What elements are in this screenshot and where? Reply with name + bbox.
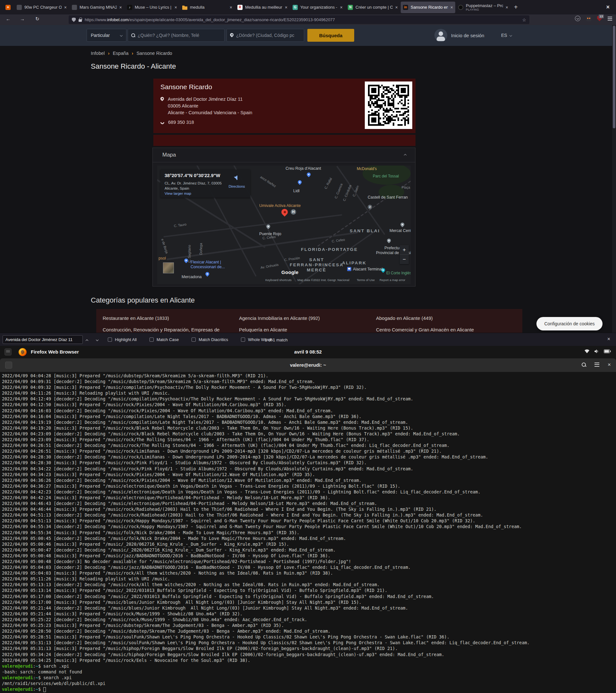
search-button[interactable]: Búsqueda xyxy=(307,29,354,42)
google-logo[interactable]: Google xyxy=(281,270,298,275)
wifi-icon[interactable] xyxy=(584,349,590,354)
collapse-chevron-icon[interactable] xyxy=(404,154,406,157)
map-label: Mercat Centra xyxy=(390,229,411,233)
reload-button[interactable]: ↻ xyxy=(35,16,39,22)
terminal-title-bar[interactable]: valere@erudi: ~ × xyxy=(0,358,616,372)
tab-close-icon[interactable]: × xyxy=(395,5,398,10)
bookmark-star-icon[interactable]: ☆ xyxy=(522,17,526,22)
browser-tab[interactable]: in Sansone Ricardo en Al × xyxy=(401,2,455,13)
battery-icon[interactable] xyxy=(604,350,611,353)
category-link[interactable]: Agencia Inmobiliaria en Alicante (992) xyxy=(239,315,320,321)
terminal-menu-icon[interactable] xyxy=(595,362,599,367)
terminal-line: 2022/04/09 05:28:51 [music:3] Prepared "… xyxy=(2,635,615,640)
contact-phone[interactable]: 689 350 318 xyxy=(168,120,194,125)
lock-icon[interactable] xyxy=(79,19,82,22)
find-previous-button[interactable] xyxy=(86,337,88,343)
map-attribution-link[interactable]: Keyboard shortcuts xyxy=(265,278,292,282)
map-section-header[interactable]: Mapa xyxy=(153,148,415,162)
find-input[interactable] xyxy=(3,335,83,344)
tab-favicon: G xyxy=(293,5,298,10)
breadcrumb-espana[interactable]: España xyxy=(113,51,128,56)
cookie-settings-button[interactable]: Configuración de cookies xyxy=(536,317,602,331)
map-attribution-link[interactable]: Terms of Use xyxy=(357,278,375,282)
terminal-line: 2022/04/09 04:09:31 [decoder:2] Decoding… xyxy=(2,379,615,385)
language-selector[interactable]: ES xyxy=(501,29,512,42)
google-map-embed[interactable]: Creu Roja d'AlacantMcDonald'sParc del To… xyxy=(157,165,411,284)
category-link[interactable]: Construcción, Renovación y Reparación, E… xyxy=(103,327,219,332)
terminal-line: 2022/04/09 04:23:09 [decoder:2] Decoding… xyxy=(2,432,615,437)
map-label: FLORIDA-PORTATGE xyxy=(301,247,358,252)
browser-tab[interactable]: ♪ Muse – Uno Lyrics | G × xyxy=(125,2,179,13)
view-larger-map-link[interactable]: View larger map xyxy=(164,192,191,195)
terminal-search-icon[interactable] xyxy=(582,362,586,367)
new-tab-button[interactable]: + xyxy=(514,3,518,11)
find-match-count: 1 of 1 match xyxy=(265,338,288,342)
tab-close-icon[interactable]: × xyxy=(64,5,67,10)
extension-robot-icon[interactable] xyxy=(586,16,591,21)
find-option[interactable]: Match Diacritics xyxy=(192,337,228,342)
category-link[interactable]: Abogado en Alicante (449) xyxy=(376,315,433,321)
map-label: Parc del Tossal xyxy=(373,174,399,178)
menu-hamburger-icon[interactable] xyxy=(608,17,612,21)
find-option[interactable]: Match Case xyxy=(150,337,179,342)
browser-tab[interactable]: ✦ × xyxy=(2,2,14,13)
map-attribution-link[interactable]: Map data ©2022 Inst. Geogr. Nacional xyxy=(297,278,350,282)
tab-close-icon[interactable]: × xyxy=(340,5,343,10)
map-attribution-link[interactable]: Report a map error xyxy=(380,278,405,282)
window-close-icon[interactable]: × xyxy=(606,4,610,11)
contact-address: Avenida del Doctor Jiménez Díaz 11 03005… xyxy=(168,96,252,116)
forward-button[interactable]: → xyxy=(20,16,25,21)
find-option[interactable]: Highlight All xyxy=(108,337,137,342)
terminal-close-icon[interactable]: × xyxy=(608,362,611,368)
who-search-input[interactable]: ¿Quién? ¿Qué? (Nombre, Telé xyxy=(128,29,224,42)
tab-close-icon[interactable]: × xyxy=(451,5,453,10)
find-next-button[interactable] xyxy=(96,336,98,342)
browser-tab[interactable]: R Medullia au meilleur p × xyxy=(235,2,290,13)
browser-tab[interactable]: 90w PC Chargeur Ordinat × xyxy=(15,2,69,13)
browser-tab[interactable]: N Créer un compte | Cré × xyxy=(345,2,400,13)
desktop-top-bar: Firefox Web Browser avril 9 08:52 xyxy=(0,346,616,358)
tab-close-icon[interactable]: × xyxy=(175,5,177,10)
save-page-icon[interactable] xyxy=(575,16,580,21)
terminal-line: 2022/04/09 04:46:44 [music:3] Prepared "… xyxy=(2,507,615,513)
browser-tab[interactable]: medulla × xyxy=(180,2,235,13)
category-link[interactable]: Peluquería en Alicante xyxy=(239,327,287,332)
page-scrollbar[interactable] xyxy=(612,25,616,333)
map-label: C. Rafal xyxy=(323,177,333,190)
find-close-icon[interactable]: × xyxy=(607,336,610,342)
category-dropdown[interactable]: Particular xyxy=(87,29,126,42)
breadcrumb-infobel[interactable]: Infobel xyxy=(91,51,105,56)
tab-close-icon[interactable]: × xyxy=(119,5,122,10)
checkbox-icon[interactable] xyxy=(241,338,245,342)
category-link[interactable]: Centro Comercial y Gran Almacén en Alica… xyxy=(376,327,474,332)
url-bar[interactable]: https://www.infobel.com/es/spain/people/… xyxy=(69,15,529,24)
volume-icon[interactable] xyxy=(594,349,599,354)
checkbox-icon[interactable] xyxy=(108,338,112,342)
zoom-in-button[interactable]: + xyxy=(400,245,409,255)
tab-title: Your organizations - G xyxy=(300,5,338,9)
clock[interactable]: avril 9 08:52 xyxy=(0,349,616,355)
streetview-thumbnail[interactable] xyxy=(163,262,174,273)
tracking-protection-icon[interactable] xyxy=(72,18,76,22)
terminal-cursor xyxy=(43,687,46,692)
tab-favicon xyxy=(72,5,77,10)
checkbox-icon[interactable] xyxy=(150,338,154,342)
terminal-line: 2022/04/09 05:04:03 [decoder:2] Decoding… xyxy=(2,565,615,571)
browser-tab[interactable]: Mars Gaming MNA2 Blanc × xyxy=(69,2,124,13)
browser-tab[interactable]: G Your organizations - G × xyxy=(290,2,345,13)
browser-tab[interactable]: Puppetmastaz – Prose PLAYING × xyxy=(456,2,511,13)
login-button[interactable]: Inicio de sesión xyxy=(434,29,484,42)
terminal-line: 2022/04/09 04:26:51 [music:3] Prepared "… xyxy=(2,449,615,455)
terminal-output[interactable]: 2022/04/09 04:04:28 [music:3] Prepared "… xyxy=(2,373,615,692)
back-button[interactable]: ← xyxy=(6,16,11,21)
checkbox-icon[interactable] xyxy=(192,338,196,342)
map-label: McDonald's xyxy=(357,166,377,171)
zoom-out-button[interactable]: − xyxy=(400,255,409,264)
where-search-input[interactable]: ¿Dónde? (Ciudad, Código pc xyxy=(226,29,304,42)
category-link[interactable]: Restaurante en Alicante (1833) xyxy=(103,315,169,321)
tab-close-icon[interactable]: × xyxy=(230,5,232,10)
scrollbar-thumb[interactable] xyxy=(613,26,615,128)
directions-control[interactable]: Directions xyxy=(227,174,246,188)
tab-close-icon[interactable]: × xyxy=(285,5,287,10)
tab-close-icon[interactable]: × xyxy=(505,5,508,10)
